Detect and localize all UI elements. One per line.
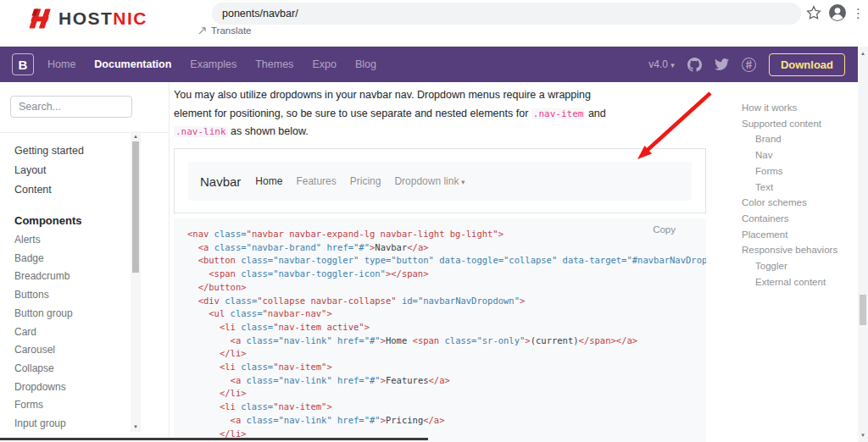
- toc-item-external-content[interactable]: External content: [742, 274, 854, 290]
- nav-link-home[interactable]: Home: [47, 58, 75, 70]
- nav-link-blog[interactable]: Blog: [355, 58, 376, 70]
- page-scrollbar[interactable]: ▲ ▼: [858, 47, 868, 442]
- intro-paragraph: You may also utilize dropdowns in your n…: [174, 86, 615, 141]
- toc-item-toggler[interactable]: Toggler: [742, 258, 854, 274]
- sidebar-item-buttons[interactable]: Buttons: [14, 286, 129, 305]
- code-token: "button": [391, 255, 434, 265]
- toc-item-forms[interactable]: Forms: [742, 163, 854, 180]
- example-nav-link-pricing[interactable]: Pricing: [350, 175, 381, 187]
- code-token: [187, 401, 220, 412]
- code-token: <li: [220, 362, 236, 372]
- copy-button[interactable]: Copy: [653, 224, 676, 235]
- sidebar-item-button-group[interactable]: Button group: [14, 305, 129, 323]
- sidebar-item-content[interactable]: Content: [14, 180, 129, 200]
- nav-link-examples[interactable]: Examples: [190, 58, 236, 70]
- nav-link-documentation[interactable]: Documentation: [94, 58, 171, 70]
- example-nav-link-home[interactable]: Home: [255, 175, 282, 187]
- sidebar-item-carousel[interactable]: Carousel: [14, 341, 129, 360]
- toc-item-supported-content[interactable]: Supported content: [742, 116, 854, 132]
- slack-icon[interactable]: #: [741, 56, 757, 72]
- code-token: </a>: [407, 242, 428, 252]
- code-token: "nav-link": [279, 335, 332, 345]
- toc-item-responsive-behaviors[interactable]: Responsive behaviors: [742, 242, 854, 258]
- sidebar-item-components[interactable]: Components: [14, 211, 129, 231]
- address-bar-url: ponents/navbar/: [222, 8, 298, 19]
- toc-item-text[interactable]: Text: [742, 180, 854, 196]
- code-token: "nav-item": [273, 401, 326, 412]
- code-token: [187, 268, 209, 279]
- translate-cursor-icon: [198, 27, 206, 35]
- code-token: [187, 348, 220, 358]
- sidebar-item-getting-started[interactable]: Getting started: [14, 141, 129, 161]
- code-token: [187, 415, 231, 425]
- toc-item-containers[interactable]: Containers: [742, 211, 854, 227]
- nav-link-themes[interactable]: Themes: [255, 58, 293, 70]
- scroll-up-icon[interactable]: ▲: [858, 48, 868, 58]
- scroll-down-icon[interactable]: ▼: [131, 422, 141, 432]
- sidebar-item-alerts[interactable]: Alerts: [14, 231, 129, 250]
- sidebar-item-forms[interactable]: Forms: [14, 396, 129, 415]
- sidebar-scrollbar-thumb[interactable]: [132, 141, 139, 273]
- sidebar-item-dropdowns[interactable]: Dropdowns: [14, 378, 129, 397]
- toc-item-brand[interactable]: Brand: [742, 131, 854, 147]
- code-token: <li: [220, 322, 236, 332]
- github-icon[interactable]: [687, 58, 702, 72]
- code-token: >: [364, 322, 370, 332]
- code-token: <nav: [187, 229, 209, 239]
- bootstrap-navbar-right: v4.0 ▾ # Download: [648, 53, 845, 76]
- profile-avatar-icon[interactable]: [828, 3, 847, 25]
- example-nav-link-features[interactable]: Features: [296, 175, 336, 187]
- browser-menu-icon[interactable]: ⋮: [852, 3, 865, 24]
- page-scrollbar-thumb[interactable]: [860, 295, 866, 325]
- sidebar-item-input-group[interactable]: Input group: [14, 415, 129, 434]
- translate-tooltip[interactable]: Translate: [198, 25, 252, 36]
- code-token: class=: [209, 229, 246, 239]
- table-of-contents: How it worksSupported contentBrandNavFor…: [742, 82, 854, 290]
- sidebar-nav-list: Getting startedLayoutContentComponentsAl…: [14, 141, 129, 434]
- toc-item-nav[interactable]: Nav: [742, 147, 854, 163]
- sidebar-item-layout[interactable]: Layout: [14, 161, 129, 180]
- window-edge: [0, 438, 428, 440]
- code-token: "nav-item": [273, 362, 326, 372]
- example-nav-link-dropdown-link[interactable]: Dropdown link ▾: [394, 175, 465, 187]
- code-line: </li>: [187, 387, 706, 401]
- sidebar-item-badge[interactable]: Badge: [14, 250, 129, 268]
- code-token: href=: [332, 335, 364, 345]
- search-input[interactable]: [10, 96, 132, 118]
- sidebar-item-card[interactable]: Card: [14, 323, 129, 342]
- bookmark-star-icon[interactable]: [806, 5, 821, 24]
- toc-item-how-it-works[interactable]: How it works: [742, 100, 854, 116]
- code-token: class=: [236, 322, 273, 332]
- chevron-down-icon: ▾: [670, 61, 675, 69]
- version-dropdown[interactable]: v4.0 ▾: [648, 58, 675, 70]
- code-token: class=: [236, 401, 273, 412]
- code-token: <ul: [209, 308, 225, 318]
- code-line: <div class="collapse navbar-collapse" id…: [187, 295, 706, 308]
- inline-code: .nav-link: [174, 126, 228, 137]
- code-token: class=: [236, 268, 273, 279]
- code-token: "#": [364, 375, 381, 385]
- code-token: <span: [413, 335, 440, 345]
- hostnic-logo-icon: [22, 7, 53, 30]
- code-token: "nav-item active": [273, 322, 364, 332]
- bootstrap-logo[interactable]: B: [12, 53, 34, 75]
- download-button[interactable]: Download: [769, 53, 845, 76]
- logo-nic: NIC: [113, 8, 147, 28]
- toc-item-color-schemes[interactable]: Color schemes: [742, 195, 854, 211]
- example-navbar-brand[interactable]: Navbar: [200, 174, 241, 189]
- address-bar[interactable]: ponents/navbar/: [212, 3, 801, 25]
- chevron-down-icon: ▾: [459, 178, 465, 186]
- toc-item-placement[interactable]: Placement: [742, 227, 854, 243]
- sidebar-item-collapse[interactable]: Collapse: [14, 360, 129, 378]
- sidebar-scrollbar[interactable]: ▲ ▼: [131, 131, 141, 432]
- code-token: "navbarNavDropdown": [418, 296, 520, 306]
- code-token: [187, 428, 220, 439]
- code-token: ></span>: [386, 268, 429, 279]
- scroll-up-icon[interactable]: ▲: [131, 131, 141, 141]
- sidebar-item-breadcrumb[interactable]: Breadcrumb: [14, 268, 129, 286]
- nav-link-expo[interactable]: Expo: [312, 58, 337, 70]
- twitter-icon[interactable]: [715, 58, 729, 71]
- scroll-down-icon[interactable]: ▼: [858, 430, 868, 440]
- code-token: href=: [321, 242, 353, 252]
- version-label: v4.0: [648, 58, 668, 70]
